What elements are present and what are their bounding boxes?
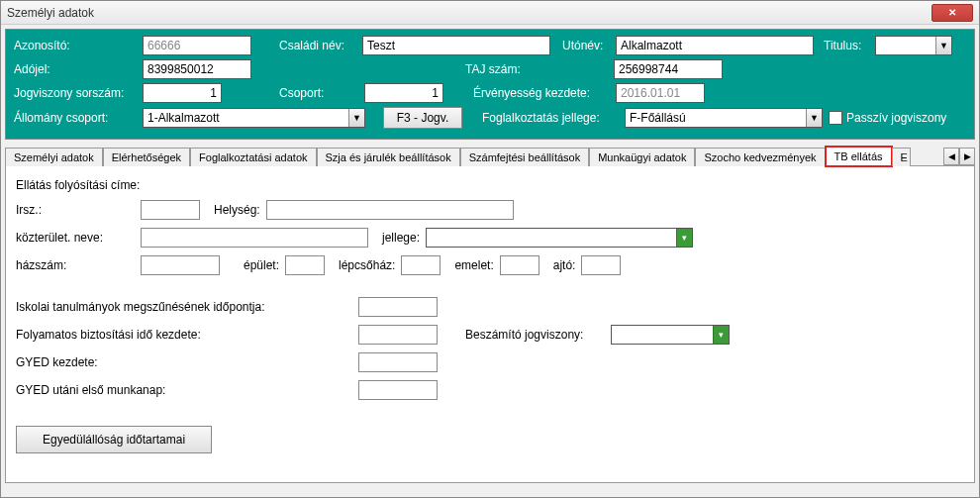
- lbl-hazszam: házszám:: [16, 258, 135, 272]
- gyed-kezdete-input[interactable]: [358, 352, 438, 372]
- lbl-passziv: Passzív jogviszony: [846, 111, 946, 125]
- tab-szamfejtesi-beallitasok[interactable]: Számfejtési beállítások: [460, 148, 590, 166]
- window-title: Személyi adatok: [7, 6, 931, 20]
- tabs-nav: ◀ ▶: [943, 148, 975, 165]
- lbl-helyseg: Helység:: [214, 203, 260, 217]
- ajto-input[interactable]: [581, 255, 621, 275]
- window: Személyi adatok ✕ Azonosító: Családi név…: [0, 0, 980, 498]
- fogl-jellege-input[interactable]: [626, 109, 806, 127]
- lbl-iskolai: Iskolai tanulmányok megszűnésének időpon…: [16, 300, 352, 314]
- tab-munkaugyi-adatok[interactable]: Munkaügyi adatok: [589, 148, 695, 166]
- jellege-input[interactable]: [427, 229, 676, 247]
- allomany-csoport-select[interactable]: ▼: [143, 108, 365, 128]
- epulet-input[interactable]: [285, 255, 325, 275]
- gyed-utani-input[interactable]: [358, 380, 438, 400]
- chevron-down-icon[interactable]: ▾: [676, 229, 692, 247]
- lbl-csaladinev: Családi név:: [279, 39, 358, 52]
- irsz-input[interactable]: [141, 200, 200, 220]
- adojel-field[interactable]: [143, 59, 251, 79]
- tabs-bar: Személyi adatok Elérhetőségek Foglalkozt…: [5, 146, 975, 166]
- azonosito-field[interactable]: [143, 36, 251, 55]
- lbl-azonosito: Azonosító:: [14, 39, 139, 52]
- lbl-erv-kezdete: Érvényesség kezdete:: [473, 86, 612, 100]
- fogl-jellege-select[interactable]: ▼: [625, 108, 823, 128]
- jellege-select[interactable]: ▾: [426, 228, 693, 248]
- utonev-field[interactable]: [616, 36, 814, 55]
- egyedullallosag-button[interactable]: Egyedülállóság időtartamai: [16, 426, 212, 453]
- section-title: Ellátás folyósítási címe:: [16, 178, 140, 192]
- lbl-tajszam: TAJ szám:: [465, 62, 535, 76]
- beszamito-input[interactable]: [612, 326, 713, 344]
- chevron-down-icon[interactable]: ▾: [713, 326, 729, 344]
- tabs-prev-button[interactable]: ◀: [943, 148, 959, 165]
- lbl-csoport: Csoport:: [279, 86, 339, 100]
- lbl-adojel: Adójel:: [14, 62, 139, 76]
- jogv-sorszam-field[interactable]: [143, 83, 222, 103]
- tab-tb-ellatas[interactable]: TB ellátás: [826, 147, 892, 166]
- lbl-ajto: ajtó:: [553, 258, 576, 272]
- lbl-folyamatos: Folyamatos biztosítási idő kezdete:: [16, 328, 352, 342]
- tab-content-tb-ellatas: Ellátás folyósítási címe: Irsz.: Helység…: [5, 166, 975, 483]
- allomany-csoport-input[interactable]: [144, 109, 348, 127]
- lbl-titulus: Titulus:: [824, 39, 871, 52]
- helyseg-input[interactable]: [266, 200, 514, 220]
- kozterulet-neve-input[interactable]: [141, 228, 368, 248]
- lbl-allomany-csoport: Állomány csoport:: [14, 111, 139, 125]
- folyamatos-input[interactable]: [358, 325, 438, 345]
- lbl-gyed-kezdete: GYED kezdete:: [16, 355, 352, 369]
- lbl-fogl-jellege: Foglalkoztatás jellege:: [482, 111, 621, 125]
- hazszam-input[interactable]: [141, 255, 220, 275]
- chevron-down-icon[interactable]: ▼: [348, 109, 364, 127]
- lepcsohaz-input[interactable]: [401, 255, 441, 275]
- tab-elerhetosegek[interactable]: Elérhetőségek: [103, 148, 190, 166]
- erv-kezdete-field[interactable]: [616, 83, 705, 103]
- tab-szja-jarulek[interactable]: Szja és járulék beállítások: [317, 148, 460, 166]
- chevron-down-icon[interactable]: ▼: [806, 109, 822, 127]
- tab-foglalkoztatasi-adatok[interactable]: Foglalkoztatási adatok: [190, 148, 316, 166]
- lbl-jogv-sorszam: Jogviszony sorszám:: [14, 86, 139, 100]
- beszamito-select[interactable]: ▾: [611, 325, 730, 345]
- tabs-next-button[interactable]: ▶: [959, 148, 975, 165]
- tab-szocho-kedvezmenyek[interactable]: Szocho kedvezmények: [695, 148, 825, 166]
- close-button[interactable]: ✕: [931, 4, 973, 22]
- tajszam-field[interactable]: [614, 59, 723, 79]
- emelet-input[interactable]: [500, 255, 539, 275]
- lbl-kozterulet-neve: közterület. neve:: [16, 231, 135, 245]
- lbl-utonev: Utónév:: [562, 39, 612, 52]
- lbl-emelet: emelet:: [454, 258, 493, 272]
- chevron-down-icon[interactable]: ▼: [935, 37, 951, 54]
- titulus-input[interactable]: [876, 37, 935, 54]
- f3-jogv-button[interactable]: F3 - Jogv.: [383, 107, 462, 129]
- lbl-epulet: épület:: [244, 258, 279, 272]
- iskolai-input[interactable]: [358, 297, 438, 317]
- titlebar: Személyi adatok ✕: [1, 1, 979, 25]
- lbl-jellege: jellege:: [382, 231, 420, 245]
- lbl-gyed-utani: GYED utáni első munkanap:: [16, 383, 352, 397]
- csaladinev-field[interactable]: [362, 36, 550, 55]
- header-panel: Azonosító: Családi név: Utónév: Titulus:…: [5, 29, 975, 140]
- csoport-field[interactable]: [364, 83, 443, 103]
- tab-szemelyi-adatok[interactable]: Személyi adatok: [5, 148, 103, 166]
- tab-extra[interactable]: E: [892, 148, 911, 166]
- passziv-checkbox[interactable]: [829, 111, 842, 125]
- lbl-lepcsohaz: lépcsőház:: [339, 258, 395, 272]
- lbl-beszamito: Beszámító jogviszony:: [465, 328, 583, 342]
- lbl-irsz: Irsz.:: [16, 203, 135, 217]
- titulus-select[interactable]: ▼: [875, 36, 952, 55]
